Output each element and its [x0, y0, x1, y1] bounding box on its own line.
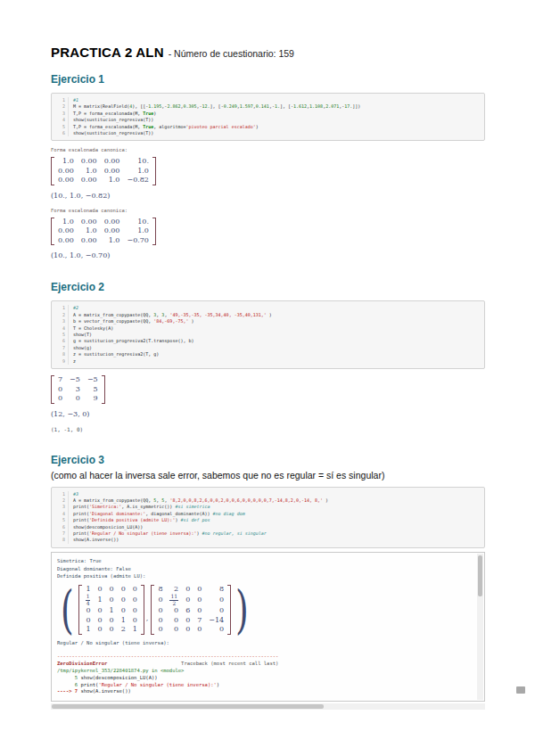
matrix-cell: 2	[118, 625, 129, 635]
matrix-cell: 0	[106, 616, 118, 626]
exercise-section: Ejercicio 11#12M = matrix(RealField(4), …	[51, 73, 485, 259]
matrix-cell: −5	[66, 375, 84, 385]
line-number: 4	[56, 511, 69, 517]
left-paren: (	[61, 587, 74, 633]
text-output: (1, -1, 0)	[51, 426, 485, 432]
code-line: 7show(g)	[56, 345, 480, 351]
line-number: 5	[56, 124, 69, 130]
exercise-note: (como al hacer la inversa sale error, sa…	[51, 470, 485, 481]
line-number: 2	[56, 103, 69, 110]
matrix-cell: 0	[94, 616, 105, 626]
traceback-line: ----> 7 show(A.inverse())	[57, 688, 472, 695]
code-line: 1#1	[56, 97, 480, 103]
code-block: 1#32A = matrix_from_copypaste(QQ, 5, 5, …	[51, 487, 485, 548]
traceback-line: 5 show(descomposicion_LU(A))	[57, 675, 472, 682]
matrix-right-bracket	[227, 585, 231, 635]
matrix-right-bracket	[152, 218, 156, 246]
matrix-right-bracket	[102, 375, 105, 404]
line-number: 9	[56, 358, 69, 365]
matrix-cell: 1	[129, 625, 141, 635]
matrix-cell: 0	[94, 625, 105, 635]
matrix-cell: 0	[118, 606, 129, 616]
matrix-row: 10021	[82, 625, 141, 635]
matrix-cell: 1.0	[101, 236, 124, 246]
matrix-cell: 0	[106, 625, 118, 635]
matrix-cell: 0	[193, 594, 205, 606]
matrix-cell: 0	[129, 585, 141, 595]
code-text: M = matrix(RealField(4), [[-1.195,-2.862…	[73, 103, 360, 110]
matrix-cell: −14	[205, 616, 227, 626]
matrix-row: 00010	[82, 616, 141, 626]
matrix-cell: 1	[94, 594, 105, 606]
matrix-cell: 7	[54, 375, 66, 385]
traceback-segment-tb: Traceback (most recent call last)	[107, 661, 278, 666]
code-line: 5print('Definida positiva (admite LU):')…	[56, 517, 480, 523]
line-number: 4	[56, 325, 69, 332]
exercise-heading: Ejercicio 1	[51, 73, 485, 86]
matrix-cell: 0	[54, 385, 66, 395]
matrix-cell: 0.00	[101, 218, 124, 227]
matrix-row: 0007−14	[154, 616, 227, 626]
line-number: 5	[56, 332, 69, 338]
matrix-output: 10000141000001000001010021	[78, 585, 144, 635]
line-number: 3	[56, 318, 69, 325]
matrix-cell: 0	[154, 625, 166, 635]
matrix-row: 7−5−5	[54, 375, 102, 385]
exercise-section: Ejercicio 21#22A = matrix_from_copypaste…	[51, 281, 485, 431]
tuple-output: (12, −3, 0)	[51, 410, 485, 418]
matrix-cell: 0	[205, 606, 227, 616]
matrix-cell: 1.0	[123, 167, 152, 177]
code-text: A = matrix_from_copypaste(QQ, 3, 3, '49,…	[73, 312, 272, 318]
matrix-cell: 0.00	[78, 157, 101, 167]
matrix-cell: 0	[82, 606, 95, 616]
matrix-cell: −0.82	[123, 176, 152, 185]
horizontal-scrollbar-thumb[interactable]	[52, 704, 324, 709]
matrix-output: 7−5−5035009	[51, 375, 105, 404]
output-label: Forma escalonada canonica:	[51, 208, 485, 213]
matrix-cell: 0	[129, 616, 141, 626]
vertical-scrollbar-thumb[interactable]	[478, 555, 482, 596]
line-number: 6	[56, 524, 69, 530]
line-number: 3	[56, 111, 69, 117]
vertical-scrollbar[interactable]	[477, 554, 483, 700]
matrix-right-bracket	[141, 585, 144, 635]
matrix-row: 0.001.00.001.0	[54, 167, 152, 177]
code-line: 6show(sustitucion_regresiva(T))	[56, 130, 480, 136]
matrix-cell: 10.	[123, 218, 152, 227]
horizontal-scrollbar[interactable]	[51, 703, 485, 710]
traceback-line: 6 print('Regular / No singular (tiene in…	[57, 682, 472, 689]
code-line: 1#2	[56, 305, 480, 311]
matrix-row: 0112000	[154, 594, 227, 606]
matrix-cell: 0.00	[101, 167, 124, 177]
code-line: 3T,P = forma_escalonada(M, True)	[56, 111, 480, 117]
matrix-cell: 7	[193, 616, 205, 626]
code-line: 7print('Regular / No singular (tiene inv…	[56, 530, 480, 537]
exercise-heading: Ejercicio 3	[51, 454, 485, 466]
code-text: #3	[73, 491, 78, 497]
code-text: show(descomposicion_LU(A))	[73, 524, 143, 530]
matrix-cell: 0.00	[54, 167, 78, 177]
code-line: 5show(T)	[56, 332, 480, 338]
code-line: 6show(descomposicion_LU(A))	[56, 524, 480, 530]
line-number: 8	[56, 537, 69, 543]
code-text: T = Cholesky(A)	[73, 325, 113, 332]
matrix-cell: 0.00	[101, 157, 124, 167]
code-block: 1#22A = matrix_from_copypaste(QQ, 3, 3, …	[51, 300, 485, 369]
matrix-cell: 0	[118, 594, 129, 606]
exercise-section: Ejercicio 3(como al hacer la inversa sal…	[51, 454, 485, 711]
matrix-cell: 0	[118, 585, 129, 595]
code-line: 6g = sustitucion_progresiva2(T.transpose…	[56, 338, 480, 344]
matrix-cell: 0	[129, 594, 141, 606]
matrix-row: 009	[54, 394, 102, 404]
matrix-cell: 0.00	[54, 226, 78, 236]
code-text: print('Regular / No singular (tiene inve…	[73, 530, 267, 537]
matrix-cell: 0.00	[101, 226, 124, 236]
matrix-cell: 0	[54, 394, 66, 404]
matrix-cell: 8	[154, 585, 166, 595]
output-area: 7−5−5035009(12, −3, 0)(1, -1, 0)	[51, 374, 485, 432]
lu-decomposition-output: (10000141000001000001010021,820080112000…	[57, 585, 252, 635]
code-line: 4T = Cholesky(A)	[56, 325, 480, 332]
scrollbar-corner[interactable]	[516, 686, 525, 694]
matrix-cell: 0	[166, 616, 182, 626]
exercises-container: Ejercicio 11#12M = matrix(RealField(4), …	[51, 73, 485, 710]
